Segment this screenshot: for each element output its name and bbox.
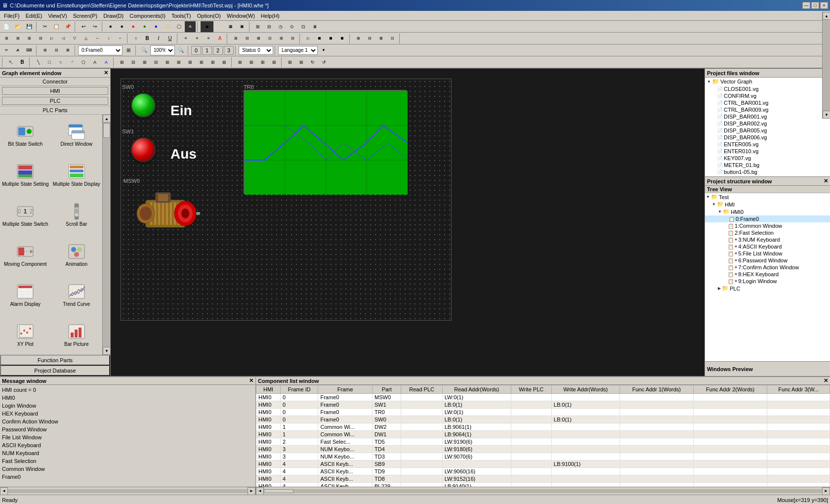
tree-file-disp-bar006[interactable]: 📄 DISP_BAR006.vg [705,134,830,141]
menu-view[interactable]: View(V) [45,12,70,19]
hmi-button[interactable]: HMI [2,87,108,95]
tb-b2[interactable]: ■ [117,21,127,32]
tb-redo[interactable]: ↪ [89,21,100,32]
tree-vector-graph[interactable]: ▼ 📁 Vector Graph [705,78,830,85]
tb4-mirror-v[interactable]: ⊞ [296,57,307,68]
tree-file-disp-bar001[interactable]: 📄 DISP_BAR001.vg [705,113,830,120]
tb-open[interactable]: 📂 [12,21,23,32]
tree-file-button105[interactable]: 📄 button1-05.bg [705,168,830,175]
tb2-e4[interactable]: ⏹ [337,33,348,44]
tb3-4[interactable]: ⊞ [40,45,50,56]
tb4-ungroup[interactable]: ⊟ [128,57,139,68]
message-scrollbar[interactable]: ▲ ▼ [822,12,830,119]
tree-common-window[interactable]: 📋 1:Common Window [705,222,830,229]
part-animation[interactable]: Animation [51,235,103,275]
table-row[interactable]: HMI04ASCII Keyb...SB9LB:9100(1) [256,461,830,468]
tb2-12[interactable]: I [130,33,141,44]
tree-file-ctrl-bar001[interactable]: 📄 CTRL_BAR001.vg [705,99,830,106]
tree-file-confirm[interactable]: 📄 CONFIRM.vg [705,92,830,99]
tb-paste[interactable]: 📌 [62,21,73,32]
part-moving-component[interactable]: Moving Component [0,235,51,275]
tb-b8[interactable]: A [185,21,196,32]
table-row[interactable]: HMI01Common Wi...DW2LB:9061(1) [256,423,830,431]
tb-monitor[interactable]: 🖥 [309,21,320,32]
tb4-aright[interactable]: ⊞ [185,57,196,68]
tb4-atop[interactable]: ⊞ [196,57,207,68]
part-bit-state-switch[interactable]: Bit State Switch [0,115,51,155]
comp-scroll-left[interactable]: ◄ [256,487,264,495]
part-alarm-display[interactable]: Alarm Display [0,275,51,315]
tb4-rot-90[interactable]: ↺ [319,57,330,68]
tb4-abottom[interactable]: ⊞ [219,57,230,68]
tb2-6[interactable]: ◁ [58,33,69,44]
msg-scroll-left[interactable]: ◄ [0,487,8,495]
frame-select[interactable]: 0:Frame0 [78,45,123,55]
num-1[interactable]: 1 [202,46,212,55]
menu-draw[interactable]: Draw(D) [100,12,126,19]
tree-hmi[interactable]: ▼ 📁 HMI [705,201,830,208]
tb2-d2[interactable]: ⊟ [242,33,252,44]
tb4-vsame[interactable]: ⊞ [246,57,257,68]
tb4-poly[interactable]: ⬠ [78,57,89,68]
tb2-f3[interactable]: ⊠ [375,33,386,44]
tb4-hspace[interactable]: ⊞ [257,57,268,68]
status-select[interactable]: Status 0 [239,46,273,55]
tb-b10[interactable] [214,21,225,32]
project-structure-close[interactable]: ✕ [824,178,828,184]
table-row[interactable]: HMI04ASCII Keyb...TD8LW:9152(16) [256,475,830,483]
tb3-grid[interactable]: ⊞ [123,45,134,56]
tb2-e1[interactable]: ▷ [303,33,314,44]
tb-new[interactable]: 📄 [1,21,12,32]
tb4-group[interactable]: ⊞ [117,57,127,68]
tb4-text[interactable]: A [89,57,100,68]
msg-scroll-right[interactable]: ► [248,487,255,495]
tb-b3[interactable]: ■ [128,21,139,32]
table-row[interactable]: HMI00Frame0SW0LB:0(1)LB:0(1) [256,416,830,423]
tb3-3[interactable]: ⌨ [24,45,35,56]
tb2-f4[interactable]: ⊡ [387,33,398,44]
tb4-b[interactable]: B [17,57,28,68]
tree-file-ctrl-bar009[interactable]: 📄 CTRL_BAR009.vg [705,106,830,113]
tb3-1[interactable]: ✏ [1,45,12,56]
maximize-button[interactable]: □ [811,2,819,9]
left-panel-close[interactable]: ✕ [104,70,108,76]
tb2-11[interactable]: ↔ [115,33,125,44]
component-list-close[interactable]: ✕ [824,378,828,384]
tb4-circle[interactable]: ○ [55,57,66,68]
tb2-d6[interactable]: ⊟ [287,33,298,44]
tb4-front[interactable]: ⊞ [139,57,150,68]
tb-c4[interactable]: ⊙ [287,21,297,32]
num-2[interactable]: 2 [213,46,223,55]
tb2-f2[interactable]: ⊟ [364,33,375,44]
tb2-align2[interactable]: ≡ [192,33,203,44]
num-3[interactable]: 3 [224,46,234,55]
tb2-10[interactable]: ↕ [103,33,114,44]
tb2-e3[interactable]: ⏹ [326,33,336,44]
tb2-1[interactable]: ⊞ [1,33,12,44]
tb2-3[interactable]: ⊞ [24,33,35,44]
table-row[interactable]: HMI03NUM Keybo...TD3LW:9070(6) [256,453,830,461]
tb-c1[interactable]: ⊞ [252,21,263,32]
canvas-inner[interactable]: SW0 Ein SW1 Aus [111,69,705,376]
tb4-aleft[interactable]: ⊞ [162,57,173,68]
part-bar-picture[interactable]: Bar Picture [51,315,103,355]
table-row[interactable]: HMI03NUM Keybo...TD4LW:9180(6) [256,446,830,453]
component-table[interactable]: HMI Frame ID Frame Part Read PLC Read Ad… [256,385,830,487]
part-multiple-state-display[interactable]: Multiple State Display [51,155,103,195]
tb2-d1[interactable]: ⊞ [230,33,241,44]
menu-help[interactable]: Help(H) [258,12,283,19]
tb4-acenter[interactable]: ⊞ [173,57,184,68]
tb2-color[interactable]: A [214,33,225,44]
tree-plc[interactable]: ▶ 📁 PLC [705,285,830,292]
tb2-d5[interactable]: ⊞ [276,33,287,44]
tb2-14[interactable]: I [153,33,164,44]
tb2-d4[interactable]: ⊡ [264,33,275,44]
tree-hex-keyboard[interactable]: 📋 + 8:HEX Keyboard [705,271,830,278]
tree-login-window[interactable]: 📋 + 9:Login Window [705,278,830,285]
menu-file[interactable]: File(F) [1,12,23,19]
language-select[interactable]: Language 1 [278,46,318,55]
tree-file-meter01[interactable]: 📄 METER_01.bg [705,162,830,168]
tb2-9[interactable]: ↔ [92,33,103,44]
scroll-thumb[interactable] [103,123,110,138]
comp-scroll-right[interactable]: ► [822,487,830,495]
